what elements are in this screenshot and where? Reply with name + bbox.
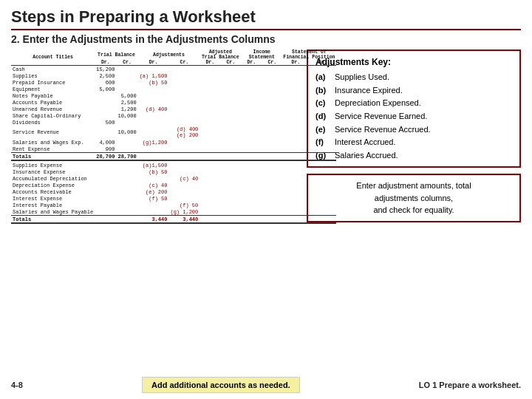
key-items: (a)Supplies Used.(b)Insurance Expired.(c… xyxy=(316,71,512,162)
account-col-header: Account Titles xyxy=(11,50,95,66)
key-item-text: Interest Accrued. xyxy=(335,136,396,149)
table-row: Rent Expense900 xyxy=(11,146,336,153)
table-row: Depreciation Expense(c) 40 xyxy=(11,182,336,188)
atb-dr-header: Dr. xyxy=(200,60,220,66)
table-row: Interest Payable(f) 50 xyxy=(11,202,336,208)
table-row: Totals3,4403,440 xyxy=(11,216,336,224)
sfp-header: Statement ofFinancial Position xyxy=(282,50,335,60)
table-row: Service Revenue10,000(d) 400(e) 200 xyxy=(11,126,336,138)
adjust-line2: adjustments columns, xyxy=(375,194,453,202)
tb-dr-header: Dr. xyxy=(95,60,116,66)
table-row: Equipment5,000 xyxy=(11,86,336,92)
key-item: (c)Depreciation Expensed. xyxy=(316,97,512,110)
table-row: Notes Payable5,000 xyxy=(11,92,336,99)
key-item-text: Insurance Expired. xyxy=(335,84,403,98)
page-number: 4-8 xyxy=(11,381,23,389)
tb-cr-header: Cr. xyxy=(116,60,137,66)
inc-cr-header: Cr. xyxy=(262,60,282,66)
key-item-text: Service Revenue Accrued. xyxy=(335,123,431,137)
key-item: (g)Salaries Accrued. xyxy=(316,149,512,163)
worksheet-table: Account Titles Trial Balance Adjustments… xyxy=(11,50,336,224)
key-item: (d)Service Revenue Earned. xyxy=(316,110,512,123)
key-item: (e)Service Revenue Accrued. xyxy=(316,123,512,137)
lo-text: LO 1 Prepare a worksheet. xyxy=(419,381,521,389)
key-item-text: Supplies Used. xyxy=(335,71,389,84)
key-box: Adjustments Key: (a)Supplies Used.(b)Ins… xyxy=(307,50,521,168)
adjust-box: Enter adjustment amounts, total adjustme… xyxy=(307,174,521,222)
table-row: Accounts Payable2,500 xyxy=(11,99,336,106)
add-accounts-button[interactable]: Add additional accounts as needed. xyxy=(142,377,300,393)
table-row: Cash15,200 xyxy=(11,66,336,73)
adjust-line3: and check for equality. xyxy=(373,205,454,214)
table-row: Unearned Revenue1,200(d) 400 xyxy=(11,106,336,112)
table-row: Accounts Receivable(e) 200 xyxy=(11,188,336,195)
adj-cr-header: Cr. xyxy=(168,60,200,66)
sfp-cr-header: Cr. xyxy=(309,60,335,66)
table-row: Supplies Expense(a)1,500 xyxy=(11,162,336,168)
key-item: (f)Interest Accrued. xyxy=(316,136,512,149)
right-panel: Adjustments Key: (a)Supplies Used.(b)Ins… xyxy=(307,50,521,224)
col-group-header: Account Titles Trial Balance Adjustments… xyxy=(11,50,336,60)
table-row: Insurance Expense(b) 50 xyxy=(11,168,336,175)
table-row: Accumulated Depreciation(c) 40 xyxy=(11,175,336,182)
adjust-line1: Enter adjustment amounts, total xyxy=(356,181,471,190)
table-row: Salaries and Wages Exp.4,000(g)1,200 xyxy=(11,139,336,146)
content-area: Account Titles Trial Balance Adjustments… xyxy=(11,50,521,224)
table-row: Dividends500 xyxy=(11,119,336,126)
inc-dr-header: Dr. xyxy=(241,60,262,66)
table-row: Supplies2,500(a) 1,500 xyxy=(11,72,336,79)
key-title: Adjustments Key: xyxy=(316,55,512,69)
trial-balance-header: Trial Balance xyxy=(95,50,137,60)
page: Steps in Preparing a Worksheet 2. Enter … xyxy=(0,0,532,399)
adj-tb-header: AdjustedTrial Balance xyxy=(200,50,241,60)
table-row: Interest Expense(f) 50 xyxy=(11,195,336,202)
key-item: (a)Supplies Used. xyxy=(316,71,512,84)
key-item-text: Service Revenue Earned. xyxy=(335,110,427,123)
page-title: Steps in Preparing a Worksheet xyxy=(11,7,521,30)
table-row: Share Capital-Ordinary10,000 xyxy=(11,112,336,119)
table-row: Salaries and Wages Payable(g) 1,200 xyxy=(11,208,336,216)
table-row: Totals28,70028,700 xyxy=(11,153,336,161)
key-item: (b)Insurance Expired. xyxy=(316,84,512,98)
sfp-dr-header: Dr. xyxy=(282,60,309,66)
adj-dr-header: Dr. xyxy=(138,60,169,66)
key-item-text: Salaries Accrued. xyxy=(335,149,398,163)
worksheet-area: Account Titles Trial Balance Adjustments… xyxy=(11,50,299,224)
atb-cr-header: Cr. xyxy=(220,60,241,66)
table-row: Prepaid Insurance600(b) 50 xyxy=(11,79,336,86)
bottom-bar: 4-8 Add additional accounts as needed. L… xyxy=(11,377,521,393)
subtitle: 2. Enter the Adjustments in the Adjustme… xyxy=(11,33,521,45)
key-item-text: Depreciation Expensed. xyxy=(335,97,421,110)
adjustments-header: Adjustments xyxy=(138,50,200,60)
income-header: IncomeStatement xyxy=(241,50,282,60)
